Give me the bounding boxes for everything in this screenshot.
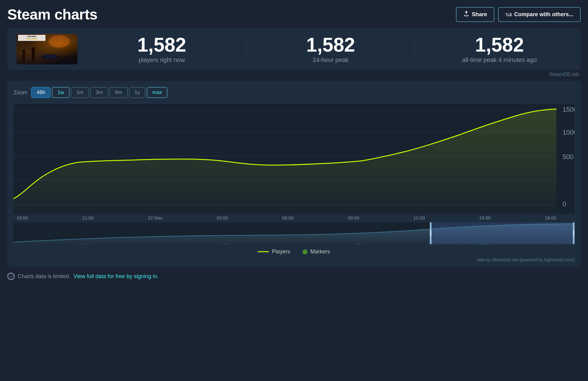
peak24-label: 24-hour peak: [313, 56, 349, 64]
stat-alltime: 1,582 all-time peak 4 minutes ago: [427, 35, 572, 64]
x-label-5: 09:00: [348, 215, 359, 220]
compare-button[interactable]: ½3 Compare with others...: [498, 7, 581, 22]
compare-icon: ½3: [505, 12, 512, 17]
page-header: Steam charts Share ½3 Compare with other…: [7, 6, 581, 23]
chart-legend: Players Markers: [13, 249, 575, 255]
x-label-4: 06:00: [282, 215, 294, 220]
svg-rect-1: [23, 52, 25, 61]
markers-label: Markers: [310, 249, 330, 255]
svg-point-4: [31, 47, 35, 51]
current-players: 1,582: [137, 35, 186, 55]
x-label-2: 22 Nov: [148, 215, 163, 220]
zoom-1w[interactable]: 1w: [52, 87, 70, 98]
zoom-bar: Zoom 48h 1w 1m 3m 6m 1y max: [13, 87, 575, 98]
footer-text: Charts data is limited.: [18, 273, 70, 280]
steamdb-credit: SteamDB.info: [7, 72, 581, 77]
x-label-3: 03:00: [217, 215, 228, 220]
x-label-0: 18:00: [16, 215, 28, 220]
main-chart: 1500 1000 500 0: [13, 104, 575, 214]
svg-text:1500: 1500: [562, 106, 575, 113]
svg-rect-6: [43, 55, 57, 58]
x-axis-labels: 18:00 21:00 22 Nov 03:00 06:00 09:00 12:…: [13, 214, 575, 221]
alltime-label: all-time peak 4 minutes ago: [462, 56, 537, 64]
svg-text:i: i: [10, 275, 11, 278]
svg-text:1000: 1000: [562, 129, 575, 136]
players-line-icon: [258, 251, 269, 252]
current-players-label: players right now: [139, 56, 185, 64]
legend-markers: Markers: [303, 249, 330, 255]
zoom-3m[interactable]: 3m: [90, 87, 109, 98]
svg-rect-3: [32, 51, 35, 61]
game-thumbnail: STAR WARS OUTLAWS: [16, 34, 77, 64]
share-button[interactable]: Share: [456, 7, 494, 22]
svg-point-0: [48, 35, 70, 48]
svg-rect-22: [430, 222, 575, 244]
share-icon: [463, 11, 469, 18]
legend-players: Players: [258, 249, 290, 255]
chart-container: Zoom 48h 1w 1m 3m 6m 1y max 1500 100: [7, 81, 581, 267]
x-label-6: 12:00: [414, 215, 425, 220]
svg-text:OUTLAWS: OUTLAWS: [27, 38, 37, 40]
game-info-bar: STAR WARS OUTLAWS 1,582 players right no…: [7, 28, 581, 70]
zoom-48h[interactable]: 48h: [31, 87, 51, 98]
stat-current: 1,582 players right now: [90, 35, 234, 64]
header-buttons: Share ½3 Compare with others...: [456, 7, 581, 22]
alltime-players: 1,582: [475, 35, 524, 55]
x-label-1: 21:00: [82, 215, 94, 220]
x-label-7: 15:00: [479, 215, 491, 220]
footer-link[interactable]: View full data for free by signing in.: [74, 273, 159, 280]
zoom-max[interactable]: max: [147, 87, 167, 98]
data-credit: data by SteamDB.info (powered by highcha…: [13, 257, 575, 262]
page-title: Steam charts: [7, 6, 97, 23]
svg-point-2: [22, 49, 25, 53]
footer: i Charts data is limited. View full data…: [7, 273, 581, 280]
x-label-8: 18:00: [545, 215, 556, 220]
stat-divider-1: [246, 37, 246, 61]
stat-divider-2: [415, 37, 415, 61]
zoom-label: Zoom: [13, 89, 27, 96]
svg-text:STAR WARS: STAR WARS: [27, 35, 36, 37]
svg-text:0: 0: [562, 200, 566, 208]
svg-text:500: 500: [562, 153, 573, 161]
main-chart-wrap: 1500 1000 500 0: [13, 104, 575, 221]
peak24-players: 1,582: [306, 35, 355, 55]
navigator-chart: [13, 222, 575, 244]
zoom-6m[interactable]: 6m: [109, 87, 128, 98]
navigator[interactable]: 16 Nov 18 Nov 20 Nov 22 Nov: [13, 222, 575, 244]
info-icon: i: [7, 273, 15, 280]
stat-peak24: 1,582 24-hour peak: [259, 35, 403, 64]
zoom-1y[interactable]: 1y: [129, 87, 145, 98]
players-label: Players: [272, 249, 290, 255]
zoom-1m[interactable]: 1m: [71, 87, 89, 98]
markers-dot-icon: [303, 249, 307, 254]
